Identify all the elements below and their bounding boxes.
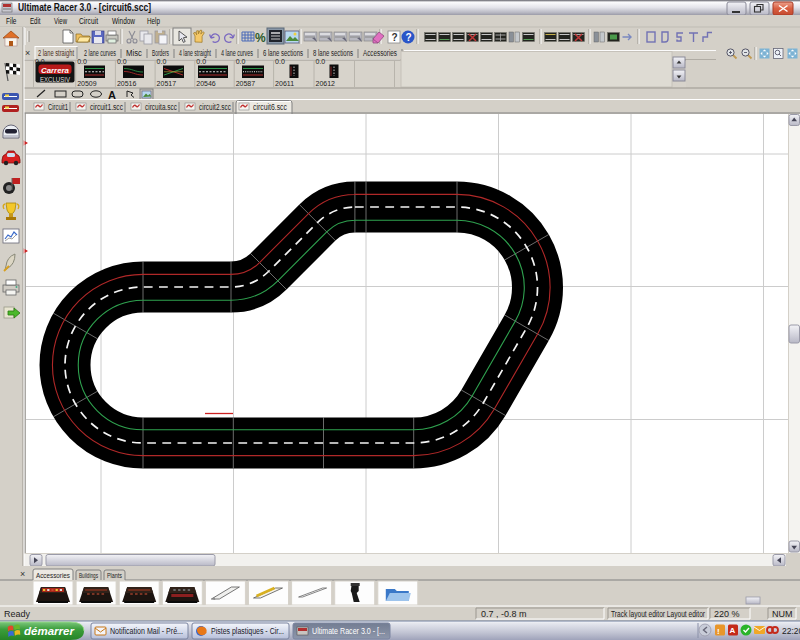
svg-text:Pistes plastiques - Cir...: Pistes plastiques - Cir... <box>211 626 284 636</box>
svg-text:!: ! <box>717 627 720 636</box>
svg-text:Misc: Misc <box>126 48 143 58</box>
svg-text:0.7 , -0.8 m: 0.7 , -0.8 m <box>481 609 527 619</box>
svg-text:Ultimate Racer 3.0 - [circuit6: Ultimate Racer 3.0 - [circuit6.scc] <box>18 2 151 13</box>
svg-text:Plants: Plants <box>107 572 122 579</box>
svg-text:0.0: 0.0 <box>236 58 246 65</box>
svg-text:circuit2.scc: circuit2.scc <box>199 102 232 112</box>
svg-text:Circuit: Circuit <box>79 16 98 26</box>
svg-text:Borders: Borders <box>152 48 169 58</box>
svg-text:4 lane straight: 4 lane straight <box>179 48 211 58</box>
svg-text:Edit: Edit <box>30 16 41 26</box>
svg-text:20509: 20509 <box>77 80 97 87</box>
svg-text:Notification Mail - Pré...: Notification Mail - Pré... <box>110 626 183 636</box>
svg-text:20611: 20611 <box>275 80 294 87</box>
svg-text:circuit6.scc: circuit6.scc <box>253 102 288 112</box>
svg-text:Buildings: Buildings <box>79 572 98 580</box>
svg-text:Accessories: Accessories <box>36 572 70 579</box>
svg-text:démarrer: démarrer <box>24 625 74 637</box>
svg-text:Accessories: Accessories <box>363 48 397 58</box>
svg-text:EXCLUSIV: EXCLUSIV <box>40 76 70 83</box>
svg-text:20612: 20612 <box>316 80 336 87</box>
svg-text:Ready: Ready <box>4 609 31 619</box>
svg-text:4 lane curves: 4 lane curves <box>221 48 253 58</box>
svg-text:circuita.scc: circuita.scc <box>145 102 178 112</box>
svg-text:A: A <box>730 626 736 635</box>
svg-text:0.0: 0.0 <box>196 58 206 65</box>
svg-text:0.0: 0.0 <box>275 58 285 65</box>
svg-text:2 lane straight: 2 lane straight <box>38 48 74 58</box>
svg-text:0.0: 0.0 <box>117 58 127 65</box>
svg-text:2 lane curves: 2 lane curves <box>84 48 116 58</box>
svg-text:0.0: 0.0 <box>35 58 45 65</box>
svg-text:Help: Help <box>147 16 160 26</box>
svg-text:Window: Window <box>112 16 135 26</box>
svg-text:NUM: NUM <box>772 609 793 619</box>
svg-text:6 lane sections: 6 lane sections <box>263 48 303 58</box>
svg-text:×: × <box>20 569 25 579</box>
svg-text:8 lane sections: 8 lane sections <box>313 48 353 58</box>
svg-text:Track layout editor Layout edi: Track layout editor Layout editor <box>611 609 705 619</box>
svg-text:%: % <box>255 31 266 45</box>
svg-text:Circuit1: Circuit1 <box>48 102 68 112</box>
svg-text:?: ? <box>392 32 398 43</box>
svg-text:×: × <box>25 48 30 58</box>
svg-text:File: File <box>6 16 17 26</box>
svg-text:220 %: 220 % <box>714 609 740 619</box>
svg-text:View: View <box>54 16 67 26</box>
svg-text:0.0: 0.0 <box>316 58 326 65</box>
svg-text:22:20: 22:20 <box>782 626 800 636</box>
svg-text:20517: 20517 <box>157 80 177 87</box>
svg-text:circuit1.scc: circuit1.scc <box>90 102 124 112</box>
svg-text:A: A <box>108 89 116 101</box>
svg-text:20516: 20516 <box>117 80 137 87</box>
svg-text:Carrera: Carrera <box>41 66 70 75</box>
svg-text:?: ? <box>406 32 412 43</box>
svg-text:Ultimate Racer 3.0 - [...: Ultimate Racer 3.0 - [... <box>312 626 385 636</box>
svg-text:0.0: 0.0 <box>157 58 167 65</box>
svg-text:0.0: 0.0 <box>77 58 87 65</box>
svg-text:20587: 20587 <box>236 80 256 87</box>
svg-text:20546: 20546 <box>196 80 216 87</box>
